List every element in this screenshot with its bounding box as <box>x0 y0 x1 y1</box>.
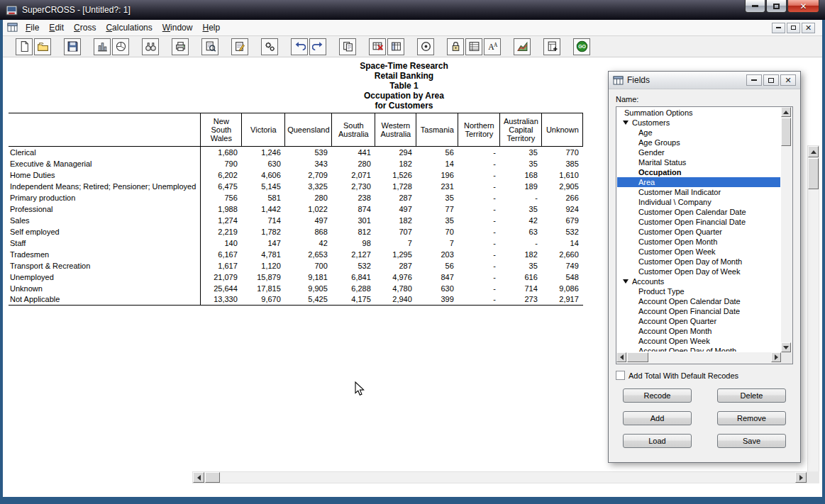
mdi-restore-button[interactable] <box>787 23 800 33</box>
field-item-product-type[interactable]: Product Type <box>617 286 780 296</box>
undo-button[interactable] <box>291 38 308 55</box>
field-item-customer-open-calendar-date[interactable]: Customer Open Calendar Date <box>617 207 780 217</box>
column-header-unknown[interactable]: Unknown <box>542 113 583 147</box>
field-item-account-open-financial-date[interactable]: Account Open Financial Date <box>617 306 780 316</box>
column-header-tasmania[interactable]: Tasmania <box>416 113 458 147</box>
record-target-button[interactable] <box>417 38 434 55</box>
vertical-scrollbar-thumb[interactable] <box>808 158 819 189</box>
field-item-customer-open-day-of-week[interactable]: Customer Open Day of Week <box>617 267 780 276</box>
fields-close-button[interactable]: ✕ <box>780 74 796 86</box>
fields-dialog-titlebar[interactable]: Fields ✕ <box>609 72 800 89</box>
field-item-account-open-month[interactable]: Account Open Month <box>617 326 780 336</box>
open-folder-button[interactable] <box>34 38 51 55</box>
find-binoculars-button[interactable] <box>142 38 159 55</box>
field-item-customer-open-financial-date[interactable]: Customer Open Financial Date <box>617 217 780 227</box>
column-header-queensland[interactable]: Queensland <box>285 113 332 147</box>
print-preview-button[interactable] <box>201 38 218 55</box>
field-item-customers[interactable]: Customers <box>617 118 780 128</box>
print-button[interactable] <box>172 38 189 55</box>
row-label[interactable]: Sales <box>9 215 201 226</box>
window-minimize-button[interactable] <box>745 0 765 13</box>
go-button[interactable]: GO <box>573 38 590 55</box>
row-label[interactable]: Home Duties <box>9 169 201 181</box>
row-label[interactable]: Transport & Recreation <box>9 260 201 271</box>
new-document-button[interactable] <box>16 38 33 55</box>
row-label[interactable]: Unemployed <box>9 271 201 283</box>
window-close-button[interactable]: ✕ <box>787 0 819 13</box>
scroll-right-button[interactable] <box>795 472 807 483</box>
menu-window[interactable]: Window <box>157 21 198 34</box>
lock-button[interactable] <box>447 38 464 55</box>
scroll-up-button[interactable] <box>781 107 791 117</box>
mdi-close-button[interactable]: ✕ <box>802 23 815 33</box>
row-label[interactable]: Professional <box>9 203 201 215</box>
scroll-left-button[interactable] <box>616 352 626 362</box>
expander-down-icon[interactable] <box>623 279 629 284</box>
scroll-down-button[interactable] <box>781 342 791 352</box>
delete-button[interactable]: Delete <box>717 388 786 403</box>
column-header-australian-capital-territory[interactable]: Australian Capital Territory <box>500 113 542 147</box>
bar-chart-button[interactable] <box>94 38 111 55</box>
horizontal-scrollbar-thumb[interactable] <box>205 472 220 483</box>
row-label[interactable]: Not Applicable <box>9 294 201 306</box>
save-file-button[interactable] <box>64 38 81 55</box>
recode-button[interactable]: Recode <box>623 388 692 403</box>
remove-button[interactable]: Remove <box>717 411 786 425</box>
column-header-south-australia[interactable]: South Australia <box>332 113 375 147</box>
field-item-summation-options[interactable]: Summation Options <box>617 108 780 118</box>
edit-table-button[interactable] <box>231 38 248 55</box>
scroll-up-button[interactable] <box>808 146 819 157</box>
list-horizontal-thumb[interactable] <box>627 352 648 362</box>
field-item-customer-open-quarter[interactable]: Customer Open Quarter <box>617 227 780 237</box>
options-gears-button[interactable] <box>261 38 278 55</box>
column-header-western-australia[interactable]: Western Australia <box>375 113 416 147</box>
field-item-gender[interactable]: Gender <box>617 147 780 157</box>
menu-cross[interactable]: Cross <box>69 21 101 34</box>
field-item-customer-open-day-of-month[interactable]: Customer Open Day of Month <box>617 257 780 267</box>
mdi-minimize-button[interactable] <box>772 23 785 33</box>
field-item-area[interactable]: Area <box>617 177 780 187</box>
field-item-occupation[interactable]: Occupation <box>617 167 780 177</box>
field-item-age-groups[interactable]: Age Groups <box>617 138 780 147</box>
field-item-customer-mail-indicator[interactable]: Customer Mail Indicator <box>617 187 780 197</box>
fields-rows-button[interactable] <box>465 38 482 55</box>
row-label[interactable]: Primary production <box>9 192 201 203</box>
new-table-button[interactable] <box>543 38 560 55</box>
menu-help[interactable]: Help <box>197 21 225 34</box>
main-horizontal-scrollbar[interactable] <box>192 471 807 483</box>
field-item-account-open-day-of-month[interactable]: Account Open Day of Month <box>617 346 780 352</box>
row-label[interactable]: Tradesmen <box>9 249 201 260</box>
list-vertical-thumb[interactable] <box>781 118 791 146</box>
copy-button[interactable] <box>339 38 356 55</box>
select-table-button[interactable] <box>387 38 404 55</box>
menu-calculations[interactable]: Calculations <box>101 21 157 34</box>
fields-maximize-button[interactable] <box>763 74 779 86</box>
list-horizontal-scrollbar[interactable] <box>616 352 781 364</box>
window-maximize-button[interactable] <box>766 0 787 13</box>
field-item-marital-status[interactable]: Marital Status <box>617 157 780 167</box>
row-label[interactable]: Unknown <box>9 283 201 294</box>
field-item-age[interactable]: Age <box>617 128 780 138</box>
row-label[interactable]: Executive & Managerial <box>9 158 201 169</box>
menu-file[interactable]: File <box>21 21 44 34</box>
row-label[interactable]: Clerical <box>9 147 201 158</box>
fields-minimize-button[interactable] <box>746 74 762 86</box>
add-button[interactable]: Add <box>623 411 692 425</box>
document-system-menu-icon[interactable] <box>7 23 18 33</box>
save-button[interactable]: Save <box>717 434 786 448</box>
field-item-account-open-week[interactable]: Account Open Week <box>617 336 780 346</box>
color-chart-button[interactable] <box>514 38 531 55</box>
column-header-new-south-wales[interactable]: New South Wales <box>201 113 242 147</box>
field-item-account-open-calendar-date[interactable]: Account Open Calendar Date <box>617 296 780 306</box>
row-label[interactable]: Independent Means; Retired; Pensioner; U… <box>9 181 201 192</box>
main-vertical-scrollbar[interactable] <box>807 145 819 483</box>
field-item-individual-company[interactable]: Individual \ Company <box>617 197 780 207</box>
pie-chart-button[interactable] <box>112 38 129 55</box>
field-item-customer-open-week[interactable]: Customer Open Week <box>617 247 780 257</box>
add-total-checkbox[interactable] <box>616 371 625 380</box>
field-item-customer-open-month[interactable]: Customer Open Month <box>617 237 780 247</box>
column-header-victoria[interactable]: Victoria <box>242 113 285 147</box>
list-vertical-scrollbar[interactable] <box>781 107 792 352</box>
load-button[interactable]: Load <box>623 434 692 448</box>
column-header-northern-territory[interactable]: Northern Territory <box>458 113 500 147</box>
